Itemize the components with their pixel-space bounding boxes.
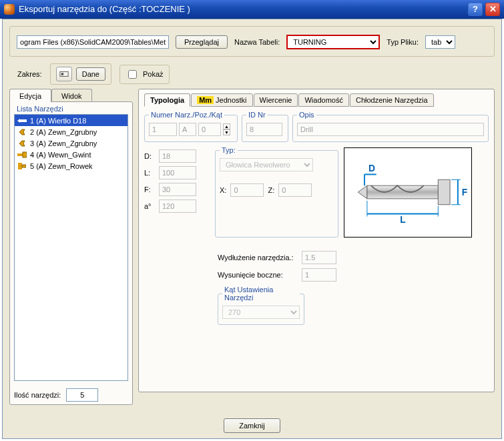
scope-toolbar-1: Dane [50,63,111,85]
path-input[interactable] [17,35,169,49]
tool-count-value[interactable] [66,388,98,402]
fieldset-angle: Kąt Ustawienia Narzędzi 270 [218,286,304,325]
ang-input [198,123,221,136]
svg-text:F: F [462,187,467,197]
tool-row[interactable]: 1 (A) Wiertło D18 [15,115,128,126]
help-icon: ? [473,4,478,14]
lbl-ext2: Wysunięcie boczne: [218,271,296,279]
tool-count-label: Ilość narzędzi: [14,391,61,399]
svg-rect-12 [438,179,450,204]
window-body: Przeglądaj Nazwa Tabeli: TURNING Typ Pli… [2,19,502,439]
title-buttons: ? ✕ [468,3,500,16]
dane-button[interactable]: Dane [76,67,105,81]
tab-edycja[interactable]: Edycja [9,89,51,102]
svg-rect-11 [367,185,438,199]
svg-text:D: D [368,163,375,173]
tab-typologia[interactable]: Typologia [144,93,190,107]
pos-input [179,123,196,136]
prop-panel: Typologia MmJednostki Wiercenie Wiadomoś… [138,89,495,392]
tool-icon [17,151,27,159]
dim-F [159,183,196,196]
spin-up-icon[interactable]: ▲ [223,123,230,129]
filetype-select[interactable]: tab [425,35,455,49]
close-button-footer[interactable]: Zamknij [224,418,280,433]
legend-angle: Kąt Ustawienia Narzędzi [222,286,300,302]
table-select[interactable]: TURNING [286,35,380,49]
spin-down-icon[interactable]: ▼ [223,129,230,135]
opis-input [297,123,484,136]
angle-select: 270 [222,306,300,319]
typ-Z [278,183,312,197]
tab-wiercenie[interactable]: Wiercenie [254,93,298,107]
fieldset-numernarz: Numer Narz./Poz./Kąt ▲ ▼ [144,111,238,142]
legend-opis: Opis [297,111,316,119]
dim-L [159,166,196,179]
tab-chlodzenie[interactable]: Chłodzenie Narzędzia [350,93,434,107]
tool-list[interactable]: 1 (A) Wiertło D182 (A) Zewn_Zgrubny3 (A)… [14,114,128,381]
tab-wiadomosc[interactable]: Wiadomość [298,93,348,107]
svg-rect-7 [23,152,27,157]
tool-preview: D L F [344,147,472,238]
tool-list-group-label: Lista Narzędzi [10,102,132,114]
tool-icon [17,117,27,125]
help-button[interactable]: ? [468,3,483,16]
lbl-a: a° [144,202,155,210]
main-area: Edycja Widok Lista Narzędzi 1 (A) Wiertł… [3,85,501,412]
row-num-id-opis: Numer Narz./Poz./Kąt ▲ ▼ ID Nr [144,111,489,142]
browse-button[interactable]: Przeglądaj [176,35,228,49]
tab-widok[interactable]: Widok [51,89,92,102]
tool-label: 2 (A) Zewn_Zgrubny [30,128,97,136]
legend-idnr: ID Nr [246,111,268,119]
tool-row[interactable]: 3 (A) Zewn_Zgrubny [15,137,128,149]
lbl-X: X: [220,186,226,194]
scope-toolbar-2: Pokaż [119,65,170,84]
fieldset-opis: Opis [292,111,489,142]
filetype-label: Typ Pliku: [387,38,419,46]
tool-list-frame: Lista Narzędzi 1 (A) Wiertło D182 (A) Ze… [9,101,133,405]
ext1-input [302,251,336,264]
svg-marker-10 [358,185,367,199]
left-tab-strip: Edycja Widok [9,89,133,102]
tool-label: 1 (A) Wiertło D18 [30,117,86,125]
tool-icon [17,139,27,147]
window-title: Eksportuj narzędzia do (Część :TOCZENIE … [19,4,468,14]
tool-label: 3 (A) Zewn_Zgrubny [30,139,97,147]
svg-marker-4 [19,129,25,135]
tool-row[interactable]: 2 (A) Zewn_Zgrubny [15,126,128,137]
svg-rect-9 [22,165,26,167]
scope-row: Zakres: Dane Pokaż [17,63,495,85]
tool-icon [17,128,27,136]
dim-a [159,199,196,213]
tab-jednostki[interactable]: MmJednostki [191,93,252,107]
dimensions-column: D: L: F: a° [144,146,210,238]
dim-D [159,149,196,163]
typ-select: Głowica Rewolwero [220,158,313,171]
top-panel: Przeglądaj Nazwa Tabeli: TURNING Typ Pli… [9,26,495,57]
tool-count-row: Ilość narzędzi: [14,388,128,402]
range-icon [59,69,69,79]
svg-rect-8 [18,163,22,169]
num-input [149,123,177,136]
title-bar: Eksportuj narzędzia do (Część :TOCZENIE … [0,0,504,19]
legend-numernarz: Numer Narz./Poz./Kąt [149,111,224,119]
lbl-F: F: [144,185,155,193]
tool-row[interactable]: 4 (A) Wewn_Gwint [15,149,128,160]
svg-text:L: L [400,215,405,225]
pokaz-label: Pokaż [143,70,164,78]
close-button[interactable]: ✕ [485,3,500,16]
lbl-D: D: [144,152,155,160]
extension-block: Wydłużenie narzędzia.: Wysunięcie boczne… [218,251,489,282]
idnr-input [246,123,282,136]
svg-rect-1 [61,73,63,75]
drill-diagram: D L F [344,148,471,237]
svg-marker-5 [19,141,25,146]
lbl-ext1: Wydłużenie narzędzia.: [218,254,296,262]
tool-row[interactable]: 5 (A) Zewn_Rowek [15,160,128,171]
legend-typ: Typ: [220,146,238,154]
footer-bar: Zamknij [3,418,501,433]
lbl-L: L: [144,169,155,177]
table-label: Nazwa Tabeli: [234,38,280,46]
middle-grid: D: L: F: a° Typ: Głowica Rewolwero X: [144,146,489,238]
scope-range-icon-button[interactable] [56,67,72,81]
pokaz-checkbox[interactable] [128,70,137,79]
